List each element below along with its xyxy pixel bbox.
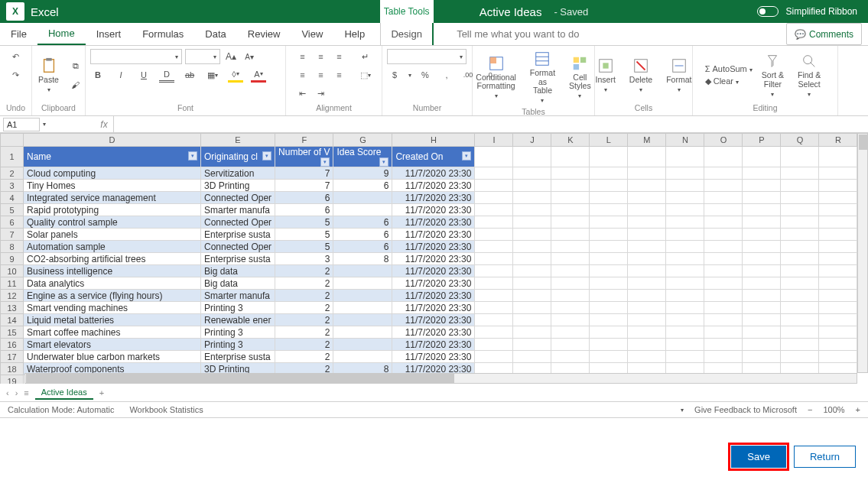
empty-cell[interactable]: [781, 180, 819, 192]
border-button[interactable]: ▦▾: [205, 67, 220, 83]
table-cell[interactable]: 6: [275, 192, 333, 204]
empty-cell[interactable]: [781, 265, 819, 277]
empty-cell[interactable]: [628, 265, 666, 277]
table-cell[interactable]: 11/7/2020 23:30: [392, 326, 475, 339]
tab-review[interactable]: Review: [237, 23, 291, 45]
strikethrough-button[interactable]: ab: [182, 67, 197, 83]
filter-dropdown-icon[interactable]: ▾: [262, 151, 271, 161]
table-cell[interactable]: [333, 277, 392, 290]
empty-cell[interactable]: [781, 229, 819, 241]
formula-bar[interactable]: [113, 116, 868, 133]
undo-button[interactable]: ↶: [8, 49, 24, 64]
copy-icon[interactable]: ⧉: [68, 59, 83, 74]
empty-cell[interactable]: [743, 167, 781, 180]
empty-cell[interactable]: [513, 204, 551, 216]
paste-button[interactable]: Paste▾: [34, 56, 63, 95]
horizontal-scrollbar[interactable]: [24, 373, 857, 384]
empty-cell[interactable]: [551, 167, 590, 180]
table-column-header[interactable]: Idea Score▾: [333, 147, 392, 167]
table-cell[interactable]: Servitization: [201, 167, 275, 180]
empty-cell[interactable]: [513, 277, 551, 290]
empty-cell[interactable]: [743, 241, 781, 253]
save-button[interactable]: Save: [731, 446, 786, 468]
empty-cell[interactable]: [666, 216, 704, 229]
empty-cell[interactable]: [704, 216, 743, 229]
empty-cell[interactable]: [743, 290, 781, 302]
comments-button[interactable]: 💬Comments: [786, 23, 862, 45]
font-color-button[interactable]: A▾: [251, 67, 266, 83]
empty-cell[interactable]: [475, 180, 513, 192]
empty-cell[interactable]: [781, 241, 819, 253]
insert-cells-button[interactable]: Insert▾: [591, 56, 620, 95]
table-cell[interactable]: 3: [275, 253, 333, 265]
empty-cell[interactable]: [743, 302, 781, 314]
empty-cell[interactable]: [704, 277, 743, 290]
empty-cell[interactable]: [781, 192, 819, 204]
table-cell[interactable]: [333, 265, 392, 277]
empty-cell[interactable]: [513, 265, 551, 277]
empty-cell[interactable]: [704, 253, 743, 265]
empty-cell[interactable]: [590, 277, 628, 290]
empty-cell[interactable]: [819, 204, 857, 216]
empty-cell[interactable]: [475, 167, 513, 180]
sort-filter-button[interactable]: Sort & Filter▾: [757, 51, 788, 99]
empty-cell[interactable]: [513, 167, 551, 180]
table-cell[interactable]: 6: [333, 241, 392, 253]
empty-cell[interactable]: [628, 326, 666, 339]
table-cell[interactable]: 2: [275, 326, 333, 339]
empty-cell[interactable]: [475, 302, 513, 314]
empty-cell[interactable]: [704, 302, 743, 314]
empty-cell[interactable]: [513, 351, 551, 363]
table-cell[interactable]: Connected Oper: [201, 241, 275, 253]
table-cell[interactable]: 6: [333, 180, 392, 192]
empty-cell[interactable]: [819, 216, 857, 229]
table-cell[interactable]: Printing 3: [201, 302, 275, 314]
empty-cell[interactable]: [475, 253, 513, 265]
empty-cell[interactable]: [513, 290, 551, 302]
font-size-selector[interactable]: ▾: [185, 49, 220, 64]
table-cell[interactable]: 11/7/2020 23:30: [392, 302, 475, 314]
empty-cell[interactable]: [743, 265, 781, 277]
status-dropdown-icon[interactable]: ▾: [681, 407, 684, 414]
empty-cell[interactable]: [666, 180, 704, 192]
table-cell[interactable]: Renewable ener: [201, 314, 275, 326]
table-cell[interactable]: Liquid metal batteries: [24, 314, 201, 326]
align-middle-icon[interactable]: ≡: [314, 49, 329, 64]
format-as-table-button[interactable]: Format as Table▾: [525, 49, 560, 105]
align-left-icon[interactable]: ≡: [295, 67, 310, 83]
empty-cell[interactable]: [513, 180, 551, 192]
table-cell[interactable]: 11/7/2020 23:30: [392, 265, 475, 277]
filter-dropdown-icon[interactable]: ▾: [320, 157, 330, 167]
table-column-header[interactable]: Created On▾: [392, 147, 475, 167]
empty-cell[interactable]: [475, 290, 513, 302]
empty-cell[interactable]: [819, 339, 857, 351]
empty-cell[interactable]: [704, 351, 743, 363]
format-painter-icon[interactable]: 🖌: [68, 77, 83, 92]
empty-cell[interactable]: [475, 229, 513, 241]
table-cell[interactable]: Smart vending machines: [24, 302, 201, 314]
empty-cell[interactable]: [666, 326, 704, 339]
empty-cell[interactable]: [475, 351, 513, 363]
empty-cell[interactable]: [781, 277, 819, 290]
empty-cell[interactable]: [781, 351, 819, 363]
empty-cell[interactable]: [590, 265, 628, 277]
empty-cell[interactable]: [781, 314, 819, 326]
table-cell[interactable]: 2: [275, 314, 333, 326]
table-cell[interactable]: 11/7/2020 23:30: [392, 314, 475, 326]
empty-cell[interactable]: [819, 229, 857, 241]
empty-cell[interactable]: [666, 192, 704, 204]
table-cell[interactable]: Quality control sample: [24, 216, 201, 229]
table-cell[interactable]: 11/7/2020 23:30: [392, 216, 475, 229]
filter-dropdown-icon[interactable]: ▾: [188, 151, 197, 161]
empty-cell[interactable]: [628, 290, 666, 302]
empty-cell[interactable]: [666, 265, 704, 277]
tab-home[interactable]: Home: [37, 23, 86, 45]
sheet-nav-next-icon[interactable]: ›: [15, 388, 18, 397]
tab-data[interactable]: Data: [194, 23, 236, 45]
tab-view[interactable]: View: [291, 23, 333, 45]
empty-cell[interactable]: [551, 229, 590, 241]
empty-cell[interactable]: [704, 180, 743, 192]
zoom-in-button[interactable]: +: [856, 405, 860, 414]
currency-button[interactable]: $: [387, 67, 402, 83]
empty-cell[interactable]: [743, 204, 781, 216]
